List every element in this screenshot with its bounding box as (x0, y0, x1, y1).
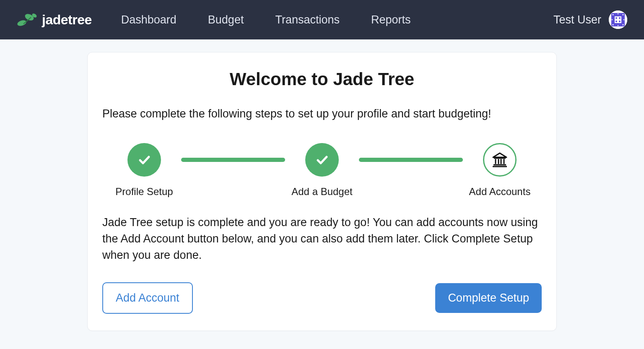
check-icon (305, 143, 339, 177)
svg-point-0 (17, 19, 27, 27)
nav-dashboard[interactable]: Dashboard (121, 13, 177, 26)
svg-point-14 (618, 13, 618, 14)
step-add-budget (288, 143, 356, 177)
card-body: Jade Tree setup is complete and you are … (102, 214, 542, 263)
user-name: Test User (553, 13, 601, 26)
user-menu[interactable]: Test User (553, 10, 627, 29)
card-actions: Add Account Complete Setup (102, 282, 542, 314)
svg-point-17 (623, 19, 624, 20)
setup-steps (102, 143, 542, 177)
step-connector (359, 158, 463, 162)
check-icon (127, 143, 161, 177)
logo[interactable]: jadetree (17, 11, 92, 28)
svg-point-9 (619, 21, 621, 22)
card-title: Welcome to Jade Tree (102, 69, 542, 89)
avatar (609, 10, 627, 29)
add-account-button[interactable]: Add Account (102, 282, 193, 314)
jadetree-logo-icon (17, 11, 39, 28)
svg-point-13 (623, 24, 624, 26)
svg-point-6 (615, 17, 617, 19)
app-header: jadetree Dashboard Budget Transactions R… (0, 0, 644, 39)
main-nav: Dashboard Budget Transactions Reports (121, 13, 411, 26)
svg-point-10 (613, 14, 614, 16)
complete-setup-button[interactable]: Complete Setup (435, 283, 542, 313)
step-label-budget: Add a Budget (288, 186, 356, 198)
setup-card: Welcome to Jade Tree Please complete the… (87, 52, 557, 331)
svg-point-16 (612, 19, 613, 20)
nav-budget[interactable]: Budget (208, 13, 244, 26)
step-connector (181, 158, 285, 162)
logo-text: jadetree (42, 12, 92, 28)
svg-point-15 (618, 25, 618, 26)
svg-point-12 (613, 24, 614, 26)
nav-reports[interactable]: Reports (371, 13, 411, 26)
step-labels: Profile Setup Add a Budget Add Accounts (102, 186, 542, 198)
svg-point-7 (619, 17, 621, 19)
step-add-accounts (466, 143, 533, 177)
nav-transactions[interactable]: Transactions (275, 13, 340, 26)
step-profile-setup (111, 143, 178, 177)
step-label-profile: Profile Setup (111, 186, 178, 198)
svg-rect-5 (615, 16, 621, 23)
step-label-accounts: Add Accounts (466, 186, 533, 198)
bank-icon (483, 143, 517, 177)
svg-point-8 (615, 21, 617, 22)
svg-point-11 (623, 14, 624, 16)
card-intro: Please complete the following steps to s… (102, 106, 542, 122)
